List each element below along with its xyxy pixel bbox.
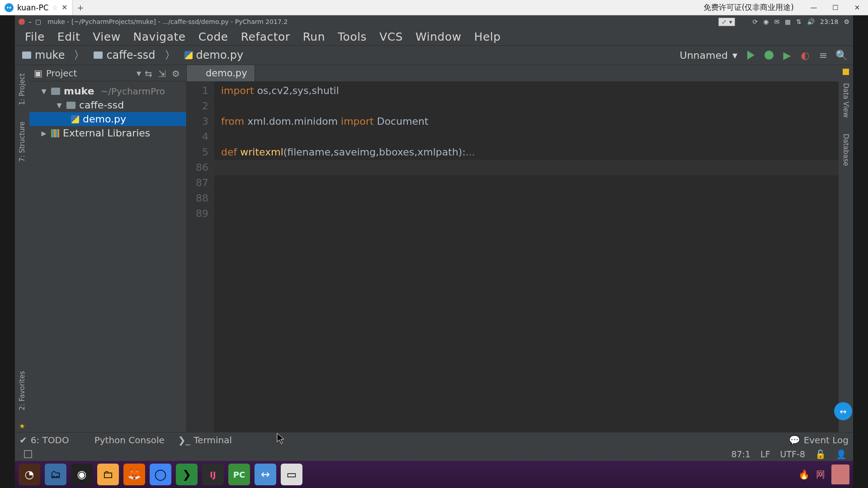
breadcrumb-folder[interactable]: caffe-ssd (89, 48, 160, 62)
editor-tab-demo[interactable]: demo.py (187, 65, 255, 81)
editor-body[interactable]: 123 4586 878889 import os,cv2,sys,shutil… (187, 81, 839, 434)
tool-structure[interactable]: 7: Structure (18, 113, 26, 170)
remote-session-tab[interactable]: ↔ kuan-PC ☆ ✕ (0, 0, 73, 15)
debug-button[interactable] (761, 47, 777, 63)
linux-maximize-icon[interactable]: ▢ (35, 18, 41, 25)
menu-vcs[interactable]: VCS (374, 29, 408, 44)
clock-label: 23:18 (820, 18, 838, 25)
coverage-button[interactable]: ▶ (779, 47, 795, 63)
tool-terminal[interactable]: ❯_Terminal (178, 435, 232, 446)
collapse-icon[interactable]: ⇲ (158, 68, 168, 78)
tool-python-console[interactable]: Python Console (83, 435, 165, 446)
hector-icon[interactable]: 👤 (836, 449, 847, 460)
linux-close-icon[interactable] (19, 19, 25, 25)
tool-dataview[interactable]: Data View (842, 75, 850, 126)
tool-project[interactable]: 1: Project (18, 65, 26, 113)
linux-minimize-icon[interactable]: – (28, 18, 32, 25)
minimize-button[interactable]: — (803, 0, 825, 15)
python-file-icon (71, 115, 79, 123)
status-indicator-icon[interactable] (24, 450, 32, 458)
chevron-down-icon[interactable]: ▾ (137, 68, 141, 79)
teamviewer-icon: ↔ (5, 3, 14, 12)
tool-database[interactable]: Database (842, 126, 850, 174)
close-window-button[interactable]: ✕ (846, 0, 868, 15)
dash-icon[interactable]: ◔ (19, 464, 40, 485)
project-pane-header[interactable]: ▣ Project ▾ ⇆ ⇲ ⚙ (29, 65, 186, 81)
menu-navigate[interactable]: Navigate (128, 29, 191, 44)
folder-icon[interactable]: 🗀 (97, 464, 119, 485)
close-tab-icon[interactable]: ✕ (61, 3, 67, 12)
maximize-button[interactable]: ☐ (825, 0, 846, 15)
toolbar: muke 〉 caffe-ssd 〉 demo.py Unnamed ▾ ▶ ◐… (15, 45, 853, 65)
chromium-icon[interactable]: ◯ (150, 464, 171, 485)
mail-icon[interactable]: ✉ (774, 18, 779, 25)
power-icon[interactable]: ⚙ (844, 18, 849, 25)
firefox-icon[interactable]: 🦊 (123, 464, 145, 485)
project-tree: ▾ muke ~/PycharmPro ▾ caffe-ssd demo.py … (29, 81, 186, 143)
pin-icon[interactable]: ☆ (52, 4, 58, 11)
scaling-toggle[interactable]: ⤢▾ (718, 18, 736, 26)
menu-run[interactable]: Run (297, 29, 330, 44)
window-icon[interactable]: ▭ (281, 464, 302, 485)
menu-edit[interactable]: Edit (52, 29, 85, 44)
project-pane-title: Project (46, 68, 77, 79)
libraries-icon (51, 129, 59, 137)
gear-icon[interactable]: ⚙ (172, 68, 182, 78)
intellij-icon[interactable]: IJ (202, 464, 224, 485)
menu-file[interactable]: File (19, 29, 50, 44)
user-icon[interactable]: ◉ (763, 18, 769, 25)
inspection-warning-icon[interactable] (843, 69, 849, 75)
tree-file-demo[interactable]: demo.py (29, 112, 186, 126)
teamviewer-side-icon[interactable]: ↔ (834, 402, 852, 420)
files-icon[interactable]: 🗂 (45, 464, 66, 485)
menu-refactor[interactable]: Refactor (236, 29, 296, 44)
tree-root-path: ~/PycharmPro (101, 86, 165, 97)
python-icon (83, 436, 91, 444)
pycharm-icon[interactable]: PC (228, 464, 250, 485)
encoding[interactable]: UTF-8 (780, 449, 805, 459)
new-tab-button[interactable]: ＋ (73, 0, 88, 15)
line-gutter: 123 4586 878889 (187, 81, 214, 434)
star-icon: ★ (19, 418, 25, 434)
sync-icon[interactable]: ⟳ (752, 18, 758, 25)
trash-icon[interactable] (831, 465, 849, 484)
tree-project-root[interactable]: ▾ muke ~/PycharmPro (29, 84, 186, 98)
layout-button[interactable]: ≡ (816, 47, 831, 63)
volume-icon[interactable]: 🔊 (807, 18, 815, 25)
run-config-selector[interactable]: Unnamed ▾ (661, 50, 742, 61)
calendar-icon[interactable]: ▦ (785, 18, 791, 25)
line-separator[interactable]: LF (760, 449, 770, 459)
tree-folder-label: caffe-ssd (79, 99, 124, 111)
tree-root-label: muke (64, 85, 94, 97)
menu-help[interactable]: Help (469, 29, 506, 44)
code-area[interactable]: import os,cv2,sys,shutil from xml.dom.mi… (214, 81, 839, 434)
tree-file-label: demo.py (83, 113, 126, 125)
teamviewer-app-icon[interactable]: ↔ (255, 464, 276, 485)
breadcrumb-sep: 〉 (160, 47, 180, 63)
stop-button[interactable]: ◐ (797, 47, 813, 63)
breadcrumb-file[interactable]: demo.py (180, 48, 248, 62)
run-button[interactable] (743, 47, 759, 63)
autoscroll-icon[interactable]: ⇆ (145, 68, 155, 78)
menu-code[interactable]: Code (193, 29, 234, 44)
terminal-icon[interactable]: ❯ (176, 464, 198, 485)
menu-tools[interactable]: Tools (332, 29, 372, 44)
tool-favorites[interactable]: 2: Favorites (18, 363, 26, 418)
status-bar: 87:1 LF UTF-8 🔓 👤 (15, 447, 853, 461)
readonly-icon[interactable]: 🔓 (815, 449, 826, 460)
screenshot-icon[interactable]: ◉ (71, 464, 93, 485)
python-file-icon (184, 51, 193, 59)
layout-icon: ≡ (819, 50, 827, 61)
network-icon[interactable]: ⇅ (796, 18, 802, 25)
chevron-right-icon: ▸ (40, 127, 47, 139)
remote-tab-title: kuan-PC (17, 3, 49, 12)
menu-view[interactable]: View (87, 29, 126, 44)
breadcrumb-root[interactable]: muke (18, 48, 69, 62)
chevron-down-icon: ▾ (732, 50, 737, 61)
search-everywhere-button[interactable]: 🔍 (834, 47, 849, 63)
tool-event-log[interactable]: 💬Event Log (789, 435, 849, 446)
tool-todo[interactable]: ✔6: TODO (19, 435, 69, 446)
menu-window[interactable]: Window (410, 29, 467, 44)
tree-external-libraries[interactable]: ▸ External Libraries (29, 126, 186, 140)
tree-folder-caffe-ssd[interactable]: ▾ caffe-ssd (29, 98, 186, 112)
